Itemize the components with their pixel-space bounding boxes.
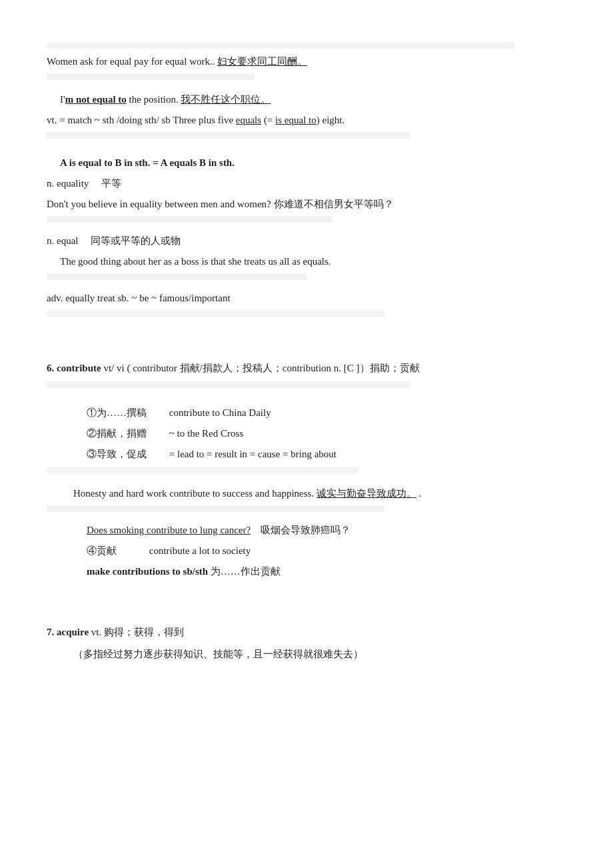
acquire-rest: vt. 购得；获得，得到 — [91, 627, 184, 637]
a-equal-b-text: A is equal to B in sth. = A equals B in … — [60, 157, 235, 168]
contribute-item3-en: = lead to = result in = cause = bring ab… — [149, 449, 336, 459]
decorative-line-8 — [47, 467, 358, 474]
decorative-line-7 — [47, 381, 410, 388]
n-equal-chinese: 同等或平等的人或物 — [81, 235, 181, 246]
equality-sentence-cn: 你难道不相信男女平等吗？ — [274, 199, 394, 209]
contribute-item1-en: contribute to China Daily — [149, 407, 271, 418]
acquire-note-line: （多指经过努力逐步获得知识、技能等，且一经获得就很难失去） — [73, 645, 566, 663]
contribute-s2-cn: 吸烟会导致肺癌吗？ — [251, 525, 350, 535]
contribute-item-1: ①为……撰稿 contribute to China Daily — [87, 404, 566, 422]
contribute-word: contribute — [57, 363, 101, 373]
decorative-line-top — [47, 42, 514, 49]
decorative-line-2 — [47, 73, 255, 80]
decorative-line-4 — [47, 216, 332, 223]
equality-sentence-en: Don't you believe in equality between me… — [47, 199, 274, 209]
make-contributions-bold: make contributions to sb/sth — [87, 566, 208, 577]
adv-equally-text: adv. equally treat sb. ~ be ~ famous/imp… — [47, 293, 231, 303]
contribute-s1-en: Honesty and hard work contribute to succ… — [73, 488, 316, 499]
contribute-s1-end: . — [416, 488, 422, 499]
women-equal-pay-line: Women ask for equal pay for equal work..… — [47, 53, 566, 71]
equal-sentence-line: The good thing about her as a boss is th… — [60, 253, 566, 271]
adv-equally-line: adv. equally treat sb. ~ be ~ famous/imp… — [47, 289, 566, 307]
n-equal-label: n. equal — [47, 235, 78, 246]
equality-sentence-line: Don't you believe in equality between me… — [47, 195, 566, 213]
contribute-item1-num: ①为……撰稿 — [87, 407, 147, 418]
contribute-item2-num: ②捐献，捐赠 — [87, 428, 147, 439]
is-equal-to-text: is equal to — [275, 115, 316, 125]
contribute-item4-en: contribute a lot to society — [119, 545, 251, 556]
contribute-item-4: ④贡献 contribute a lot to society — [87, 542, 566, 560]
n-equal-line: n. equal 同等或平等的人或物 — [47, 232, 566, 250]
contribute-item4-cn: ④贡献 — [87, 545, 117, 556]
n-equality-chinese: 平等 — [91, 178, 121, 189]
decorative-line-9 — [47, 505, 384, 512]
n-equality-line: n. equality 平等 — [47, 175, 566, 193]
acquire-num: 7. — [47, 627, 54, 637]
contribute-item2-en: ~ to the Red Cross — [149, 428, 243, 439]
equals-paren: (= — [261, 115, 275, 125]
contribute-num: 6. — [47, 363, 54, 373]
page-content: Women ask for equal pay for equal work..… — [47, 42, 566, 663]
acquire-header-line: 7. acquire vt. 购得；获得，得到 — [47, 623, 566, 641]
eight-text: ) eight. — [316, 115, 345, 125]
position-chinese: 我不胜任这个职位。 — [181, 94, 271, 105]
vt-line: vt. = match ~ sth /doing sth/ sb Three p… — [47, 111, 566, 129]
equal-sentence: The good thing about her as a boss is th… — [60, 256, 331, 267]
women-english-text: Women ask for equal pay for equal work.. — [47, 56, 217, 67]
contribute-rest: vt/ vi ( contributor 捐献/捐款人；投稿人；contribu… — [103, 363, 419, 373]
make-contributions-line: make contributions to sb/sth 为……作出贡献 — [87, 563, 566, 581]
make-contributions-cn: 为……作出贡献 — [211, 566, 281, 577]
a-equal-b-header: A is equal to B in sth. = A equals B in … — [60, 154, 566, 172]
contribute-s1-cn: 诚实与勤奋导致成功。 — [316, 488, 416, 499]
vt-label: vt. = — [47, 115, 67, 125]
acquire-word: acquire — [57, 627, 89, 637]
contribute-item-3: ③导致，促成 = lead to = result in = cause = b… — [87, 445, 566, 463]
contribute-sentence2: Does smoking contribute to lung cancer? … — [87, 521, 566, 539]
sth-text: ~ sth /doing sth/ sb Three plus five — [92, 115, 236, 125]
not-equal-line: I'm not equal to the position. 我不胜任这个职位。 — [60, 91, 566, 109]
n-equality-label: n. equality — [47, 178, 89, 189]
match-text: match — [67, 115, 92, 125]
contribute-sentence1: Honesty and hard work contribute to succ… — [73, 485, 566, 503]
women-chinese-text: 妇女要求同工同酬。 — [217, 56, 307, 67]
contribute-header-line: 6. contribute vt/ vi ( contributor 捐献/捐款… — [47, 359, 566, 377]
decorative-line-5 — [47, 273, 306, 280]
decorative-line-3 — [47, 132, 410, 139]
im-text: I' — [60, 94, 65, 105]
contribute-s2-en-underline: Does smoking contribute to lung cancer? — [87, 525, 251, 535]
equals-text: equals — [236, 115, 261, 125]
m-not-equal-text: m not equal to — [65, 94, 127, 105]
decorative-line-6 — [47, 310, 384, 317]
position-text: the position. — [127, 94, 181, 105]
acquire-note: （多指经过努力逐步获得知识、技能等，且一经获得就很难失去） — [73, 649, 363, 659]
contribute-item3-num: ③导致，促成 — [87, 449, 147, 459]
contribute-item-2: ②捐献，捐赠 ~ to the Red Cross — [87, 425, 566, 443]
